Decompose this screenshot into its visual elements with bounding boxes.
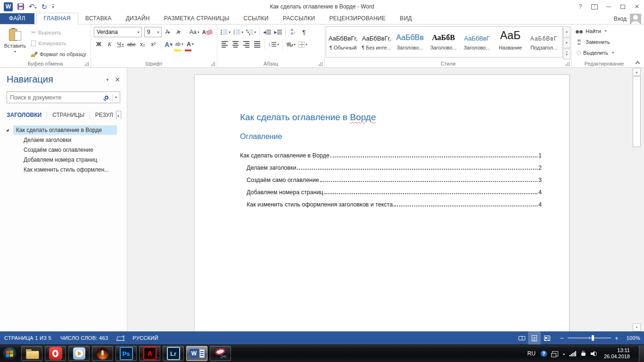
paste-dropdown-icon[interactable]: ▾ [14, 49, 16, 54]
undo-button[interactable]: ↶▾ [29, 2, 37, 11]
help-button[interactable]: ? [573, 0, 587, 13]
toc-entry[interactable]: Как изменить стиль оформления заголовков… [240, 196, 542, 208]
language-switcher[interactable]: RU [528, 350, 536, 357]
strikethrough-button[interactable]: abc [126, 39, 137, 49]
style-subtitle[interactable]: АаБбВвГПодзагол... [527, 27, 561, 57]
change-case-button[interactable]: Aa [189, 27, 200, 37]
document-page[interactable]: Как сделать оглавление в Ворде Оглавлени… [194, 74, 570, 331]
tray-help-icon[interactable]: ? [540, 350, 547, 357]
font-name-dropdown-icon[interactable]: ▾ [135, 30, 141, 34]
sort-button[interactable]: АЯ↓ [288, 27, 298, 37]
print-layout-button[interactable] [528, 331, 541, 345]
collapse-ribbon-button[interactable] [636, 61, 639, 65]
line-spacing-button[interactable]: ↕ [267, 39, 280, 49]
zoom-out-button[interactable]: − [560, 335, 564, 342]
page-indicator[interactable]: СТРАНИЦА 1 ИЗ 5 [4, 335, 51, 341]
tab-references[interactable]: ССЫЛКИ [236, 13, 275, 24]
taskbar-word-button[interactable]: W [186, 346, 207, 361]
word-count[interactable]: ЧИСЛО СЛОВ: 463 [60, 335, 108, 341]
document-search-box[interactable]: ▾ [7, 91, 120, 103]
decrease-indent-button[interactable]: ◀ [262, 27, 272, 37]
taskbar-acrobat-button[interactable]: A [139, 346, 160, 361]
taskbar-explorer-button[interactable] [21, 346, 42, 361]
toc-entry[interactable]: Как сделать оглавление в Ворде1 [240, 147, 542, 159]
cut-button[interactable]: ✂Вырезать [29, 28, 88, 37]
clear-formatting-button[interactable]: А [201, 27, 213, 37]
find-button[interactable]: Найти [576, 26, 636, 35]
paste-button[interactable]: Вставить ▾ [1, 26, 29, 60]
scroll-up-button[interactable]: ▴ [633, 68, 641, 76]
tray-window-icon[interactable] [552, 351, 558, 356]
bold-button[interactable]: Ж [94, 39, 104, 49]
nav-tab-headings[interactable]: ЗАГОЛОВКИ [7, 111, 41, 119]
show-hidden-icons-button[interactable]: ▴ [563, 352, 565, 356]
toc-entry[interactable]: Создаём само оглавление 3 [240, 171, 542, 183]
font-size-dropdown-icon[interactable]: ▾ [155, 30, 161, 34]
navigation-options-icon[interactable]: ▾ [107, 77, 109, 82]
styles-dialog-launcher[interactable] [565, 62, 570, 66]
styles-scroll-up-button[interactable]: ▴ [563, 26, 570, 37]
style-normal[interactable]: АаБбВвГг,¶ Обычный [326, 27, 360, 57]
tab-file[interactable]: ФАЙЛ [0, 13, 34, 24]
select-button[interactable]: Выделить [576, 48, 636, 57]
borders-button[interactable] [297, 39, 308, 49]
start-button[interactable] [2, 346, 17, 361]
toc-entry[interactable]: Делаем заголовки2 [240, 159, 542, 171]
restore-button[interactable] [616, 0, 630, 13]
tree-collapse-icon[interactable]: ◢ [6, 128, 13, 132]
increase-indent-button[interactable]: ▶ [273, 27, 283, 37]
nav-heading-item[interactable]: ◢Как сделать оглавление в Ворде [0, 125, 127, 135]
zoom-slider[interactable] [568, 337, 611, 338]
nav-tabs-overflow-button[interactable]: ▸ [116, 111, 121, 119]
customize-qat-button[interactable]: ▾ [52, 4, 54, 9]
nav-heading-item[interactable]: Делаем заголовки [0, 135, 127, 145]
web-layout-button[interactable] [541, 331, 553, 345]
style-no-spacing[interactable]: АаБбВвГг,¶ Без инте... [360, 27, 393, 57]
show-marks-button[interactable]: ¶ [299, 27, 309, 37]
save-button[interactable] [17, 3, 24, 10]
font-size-input[interactable] [145, 29, 155, 35]
nav-tab-results[interactable]: РЕЗУЛ [95, 111, 113, 119]
format-painter-button[interactable]: Формат по образцу [29, 49, 88, 59]
grow-font-button[interactable]: А▴ [163, 27, 173, 37]
proofing-status-icon[interactable] [117, 336, 124, 341]
font-size-combo[interactable]: ▾ [144, 27, 162, 37]
nav-heading-item[interactable]: Создаём само оглавление [0, 145, 127, 155]
tab-view[interactable]: ВИД [393, 13, 419, 24]
close-button[interactable]: ✕ [630, 0, 644, 13]
volume-icon[interactable] [591, 351, 598, 357]
clipboard-dialog-launcher[interactable] [84, 62, 89, 66]
highlight-color-button[interactable]: ab [174, 39, 184, 49]
numbering-button[interactable]: 123 [232, 27, 244, 37]
style-title[interactable]: АаБНазвание [494, 27, 527, 57]
superscript-button[interactable]: x² [149, 39, 158, 49]
nav-heading-item[interactable]: Как изменить стиль оформлен... [0, 165, 127, 174]
paragraph-dialog-launcher[interactable] [318, 62, 322, 66]
italic-button[interactable]: К [105, 39, 115, 49]
ribbon-display-options-button[interactable]: ↑ [587, 0, 602, 13]
search-input[interactable] [7, 94, 105, 101]
align-right-button[interactable] [241, 39, 251, 49]
tab-home[interactable]: ГЛАВНАЯ [36, 13, 78, 25]
search-icon[interactable] [105, 96, 108, 99]
taskbar-media-player-button[interactable] [68, 346, 90, 361]
copy-button[interactable]: Копировать [29, 39, 88, 48]
multilevel-list-button[interactable] [245, 27, 257, 37]
power-icon[interactable] [581, 351, 586, 356]
zoom-in-button[interactable]: + [615, 335, 619, 342]
text-effects-button[interactable]: А [164, 39, 173, 49]
undo-dropdown-icon[interactable]: ▾ [35, 6, 37, 10]
replace-button[interactable]: abacЗаменить [576, 37, 636, 46]
toc-entry[interactable]: Добавляем номера страниц 4 [240, 183, 542, 196]
style-heading2[interactable]: АаБбВЗаголово... [427, 27, 460, 57]
taskbar-recorder-button[interactable] [92, 346, 113, 361]
taskbar-lightroom-button[interactable]: Lr [163, 346, 184, 361]
scroll-down-button[interactable]: ▾ [633, 323, 641, 331]
subscript-button[interactable]: x₂ [138, 39, 148, 49]
styles-scroll-down-button[interactable]: ▾ [563, 38, 570, 49]
vertical-scrollbar[interactable]: ▴ ▾ [633, 68, 641, 331]
network-icon[interactable] [570, 351, 576, 356]
scrollbar-thumb[interactable] [633, 76, 641, 147]
style-heading3[interactable]: АаБбВвГЗаголово... [460, 27, 494, 57]
tab-page-layout[interactable]: РАЗМЕТКА СТРАНИЦЫ [157, 13, 237, 24]
